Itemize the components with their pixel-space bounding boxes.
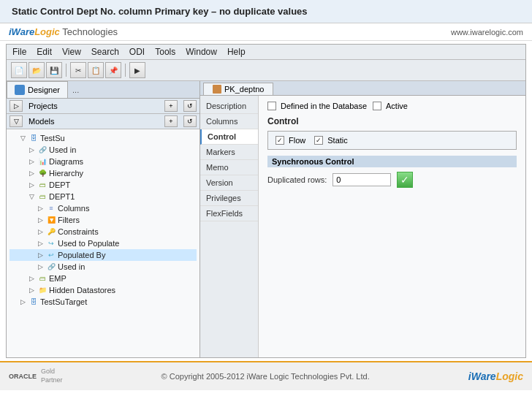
projects-add-btn[interactable]: + (164, 100, 178, 112)
duplicate-rows-row: Duplicated rows: ✓ (267, 172, 517, 188)
testsu-toggle[interactable]: ▽ (18, 134, 27, 142)
sync-section: Synchronous Control Duplicated rows: ✓ (267, 156, 517, 188)
tree-usedin[interactable]: ▷ 🔗 Used in (10, 144, 197, 156)
logo-logic: Logic (34, 26, 60, 37)
footer-brand-iware: iWare (468, 370, 496, 382)
toolbar-btn-save[interactable]: 💾 (46, 62, 62, 78)
page-title: Static Control Dept No. column Primary k… (12, 6, 308, 17)
left-panel: Designer ... ▷ Projects + ↺ ▽ Models + ↺ (7, 81, 200, 357)
menu-odi[interactable]: ODI (129, 47, 145, 57)
duplicate-rows-input[interactable] (332, 173, 391, 186)
menu-window[interactable]: Window (186, 47, 217, 57)
testsu-icon: 🗄 (28, 133, 39, 143)
tree-used-in[interactable]: ▷ 🔗 Used in (10, 261, 197, 273)
projects-expand-btn[interactable]: ▷ (10, 100, 23, 112)
hierarchy-icon: 🌳 (37, 168, 48, 178)
emp-toggle[interactable]: ▷ (27, 274, 36, 283)
tree-diagrams[interactable]: ▷ 📊 Diagrams (10, 156, 197, 167)
tst-toggle[interactable]: ▷ (18, 297, 27, 306)
utp-label: Used to Populate (58, 239, 119, 248)
menu-view[interactable]: View (62, 47, 81, 57)
menu-edit[interactable]: Edit (37, 47, 52, 57)
hierarchy-toggle[interactable]: ▷ (27, 169, 36, 178)
toolbar-btn-play[interactable]: ▶ (129, 62, 145, 78)
utp-toggle[interactable]: ▷ (36, 239, 45, 248)
constraints-label: Constraints (58, 227, 99, 236)
columns-toggle[interactable]: ▷ (36, 204, 45, 213)
toolbar-btn-new[interactable]: 📄 (11, 62, 27, 78)
pk-tab[interactable]: PK_deptno (203, 83, 273, 95)
hd-toggle[interactable]: ▷ (27, 286, 36, 294)
flow-checkbox[interactable]: ✓ (276, 136, 284, 145)
models-refresh-btn[interactable]: ↺ (183, 115, 197, 127)
props-nav-description[interactable]: Description (200, 99, 258, 114)
props-nav-markers[interactable]: Markers (200, 145, 258, 160)
tree-filters[interactable]: ▷ 🔽 Filters (10, 214, 197, 226)
props-nav: Description Columns Control Markers Memo… (200, 96, 259, 357)
logo-iware: iWare (9, 26, 34, 37)
ui-label: Used in (58, 262, 85, 271)
tree-dept1[interactable]: ▽ 🗃 DEPT1 (10, 191, 197, 202)
filters-toggle[interactable]: ▷ (36, 216, 45, 224)
tree-used-to-populate[interactable]: ▷ ↪ Used to Populate (10, 238, 197, 249)
menu-tools[interactable]: Tools (155, 47, 175, 57)
tree-testsu-target[interactable]: ▷ 🗄 TestSuTarget (10, 296, 197, 308)
menu-search[interactable]: Search (91, 47, 119, 57)
usedin-icon: 🔗 (37, 145, 48, 155)
props-content: Defined in the Database Active Control ✓ (259, 96, 525, 357)
static-group: ✓ Static (314, 136, 348, 145)
active-checkbox[interactable] (373, 102, 381, 110)
emp-icon: 🗃 (37, 273, 48, 284)
tree-populated-by[interactable]: ▷ ↩ Populated By (10, 249, 197, 261)
dept-label: DEPT (49, 180, 70, 189)
tree-hidden-datastores[interactable]: ▷ 📁 Hidden Datastores (10, 284, 197, 296)
usedin-toggle[interactable]: ▷ (27, 145, 36, 154)
main-window: File Edit View Search ODI Tools Window H… (6, 44, 526, 358)
tree-constraints[interactable]: ▷ 🔑 Constraints (10, 226, 197, 238)
tree-testsu[interactable]: ▽ 🗄 TestSu (10, 132, 197, 144)
toolbar-btn-cut[interactable]: ✂ (70, 62, 86, 78)
tree-columns[interactable]: ▷ ≡ Columns (10, 202, 197, 214)
static-label: Static (327, 136, 348, 145)
defined-in-db-checkbox[interactable] (267, 102, 276, 110)
diagrams-toggle[interactable]: ▷ (27, 157, 36, 166)
toolbar-btn-copy[interactable]: 📋 (88, 62, 104, 78)
columns-label: Columns (58, 204, 89, 213)
toolbar-btn-open[interactable]: 📂 (28, 62, 45, 78)
props-nav-columns[interactable]: Columns (200, 114, 258, 129)
toolbar-btn-paste[interactable]: 📌 (105, 62, 121, 78)
props-nav-control[interactable]: Control (200, 129, 258, 145)
models-expand-btn[interactable]: ▽ (10, 115, 23, 127)
designer-icon (15, 85, 25, 95)
dept-toggle[interactable]: ▷ (27, 180, 36, 189)
diagrams-label: Diagrams (49, 157, 83, 166)
dept-icon: 🗃 (37, 180, 48, 190)
ui-toggle[interactable]: ▷ (36, 262, 45, 271)
menu-file[interactable]: File (12, 47, 26, 57)
props-nav-flexfields[interactable]: FlexFields (200, 206, 258, 221)
tab-more[interactable]: ... (68, 81, 83, 98)
tree-hierarchy[interactable]: ▷ 🌳 Hierarchy (10, 167, 197, 179)
usedin-label: Used in (49, 145, 76, 154)
tab-bar: Designer ... (7, 81, 200, 99)
constraints-toggle[interactable]: ▷ (36, 227, 45, 236)
tree-dept[interactable]: ▷ 🗃 DEPT (10, 179, 197, 191)
props-nav-memo[interactable]: Memo (200, 160, 258, 175)
duplicate-rows-apply-btn[interactable]: ✓ (397, 172, 413, 188)
logo-technologies: Technologies (62, 26, 118, 37)
projects-refresh-btn[interactable]: ↺ (183, 100, 197, 112)
tab-designer[interactable]: Designer (7, 81, 68, 98)
pb-toggle[interactable]: ▷ (36, 251, 45, 259)
menu-bar: File Edit View Search ODI Tools Window H… (7, 45, 525, 60)
control-checkboxes: ✓ Flow ✓ Static (276, 136, 509, 145)
dept1-toggle[interactable]: ▽ (27, 192, 36, 201)
oracle-partner: Gold Partner (41, 368, 63, 384)
static-checkbox[interactable]: ✓ (314, 136, 323, 145)
models-add-btn[interactable]: + (164, 115, 178, 127)
props-nav-privileges[interactable]: Privileges (200, 191, 258, 206)
menu-help[interactable]: Help (227, 47, 246, 57)
projects-label: Projects (28, 102, 58, 110)
props-nav-version[interactable]: Version (200, 175, 258, 191)
tree-emp[interactable]: ▷ 🗃 EMP (10, 273, 197, 284)
pk-tab-bar: PK_deptno (200, 81, 525, 96)
